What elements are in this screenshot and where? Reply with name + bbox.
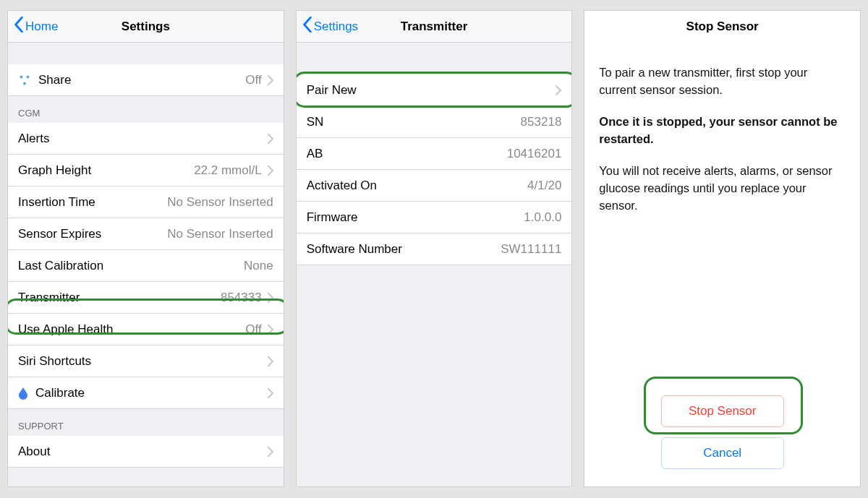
stop-sensor-paragraph-1: To pair a new transmitter, first stop yo… [599, 64, 846, 99]
transmitter-label: Transmitter [18, 291, 80, 305]
use-apple-health-row[interactable]: Use Apple Health Off [8, 314, 284, 345]
chevron-right-icon [268, 134, 273, 144]
activated-on-row: Activated On 4/1/20 [297, 170, 572, 202]
stop-sensor-paragraph-2: Once it is stopped, your sensor cannot b… [599, 113, 846, 148]
sensor-expires-value: No Sensor Inserted [167, 227, 273, 241]
svg-point-0 [20, 75, 23, 78]
ab-row: AB 10416201 [297, 138, 572, 170]
about-row[interactable]: About [8, 436, 284, 468]
chevron-left-icon [14, 17, 24, 36]
pair-new-row[interactable]: Pair New [297, 74, 572, 106]
section-header-cgm: CGM [8, 96, 284, 123]
insertion-time-value: No Sensor Inserted [167, 195, 273, 210]
firmware-label: Firmware [307, 210, 358, 225]
transmitter-value: 854333 [221, 291, 262, 305]
last-calibration-label: Last Calibration [18, 259, 103, 273]
share-row[interactable]: Share Off [8, 64, 284, 96]
back-button[interactable]: Home [8, 17, 58, 36]
back-label: Settings [314, 20, 358, 34]
use-apple-health-value: Off [245, 322, 261, 337]
chevron-right-icon [268, 388, 273, 398]
use-apple-health-label: Use Apple Health [18, 322, 113, 337]
navbar: Home Settings [8, 11, 284, 43]
stop-sensor-screen: Stop Sensor To pair a new transmitter, f… [584, 10, 861, 487]
graph-height-label: Graph Height [18, 163, 91, 178]
back-label: Home [25, 20, 58, 34]
software-number-label: Software Number [307, 242, 402, 257]
back-button[interactable]: Settings [297, 17, 358, 36]
graph-height-row[interactable]: Graph Height 22.2 mmol/L [8, 155, 284, 186]
chevron-right-icon [268, 75, 273, 85]
activated-on-value: 4/1/20 [527, 179, 561, 193]
graph-height-value: 22.2 mmol/L [194, 163, 262, 178]
chevron-right-icon [268, 166, 273, 176]
calibrate-row[interactable]: Calibrate [8, 377, 284, 409]
svg-point-2 [23, 82, 26, 85]
stop-sensor-button[interactable]: Stop Sensor [661, 395, 784, 427]
chevron-right-icon [268, 325, 273, 335]
sn-row: SN 853218 [297, 106, 572, 138]
insertion-time-label: Insertion Time [18, 195, 95, 210]
firmware-row: Firmware 1.0.0.0 [297, 202, 572, 233]
transmitter-row[interactable]: Transmitter 854333 [8, 282, 284, 314]
chevron-right-icon [268, 447, 273, 457]
stop-sensor-paragraph-3: You will not receive alerts, alarms, or … [599, 163, 846, 215]
stop-sensor-button-label: Stop Sensor [689, 404, 757, 418]
navbar: Stop Sensor [584, 11, 860, 43]
svg-point-1 [27, 75, 30, 78]
calibrate-label: Calibrate [35, 386, 85, 400]
cancel-button-label: Cancel [703, 446, 741, 460]
chevron-right-icon [268, 356, 273, 366]
last-calibration-row: Last Calibration None [8, 250, 284, 282]
ab-label: AB [307, 147, 323, 161]
page-title: Stop Sensor [584, 20, 860, 34]
sn-value: 853218 [521, 115, 562, 129]
firmware-value: 1.0.0.0 [524, 210, 561, 225]
sn-label: SN [307, 115, 324, 129]
chevron-right-icon [556, 85, 561, 95]
sensor-expires-row: Sensor Expires No Sensor Inserted [8, 218, 284, 250]
cancel-button[interactable]: Cancel [661, 437, 784, 469]
alerts-label: Alerts [18, 132, 49, 146]
siri-shortcuts-row[interactable]: Siri Shortcuts [8, 345, 284, 377]
navbar: Settings Transmitter [297, 11, 572, 43]
chevron-left-icon [302, 17, 312, 36]
software-number-value: SW111111 [501, 242, 561, 257]
alerts-row[interactable]: Alerts [8, 123, 284, 155]
transmitter-screen: Settings Transmitter Pair New SN 853218 … [296, 10, 573, 487]
share-icon [18, 74, 31, 87]
section-header-support: SUPPORT [8, 409, 284, 436]
share-label: Share [38, 73, 71, 87]
pair-new-label: Pair New [307, 83, 357, 98]
drop-icon [18, 387, 28, 400]
ab-value: 10416201 [507, 147, 562, 161]
activated-on-label: Activated On [307, 179, 377, 193]
settings-screen: Home Settings Share Off CGM Alerts Graph… [7, 10, 284, 487]
sensor-expires-label: Sensor Expires [18, 227, 101, 241]
insertion-time-row: Insertion Time No Sensor Inserted [8, 186, 284, 218]
chevron-right-icon [268, 293, 273, 303]
software-number-row: Software Number SW111111 [297, 233, 572, 265]
button-stack: Stop Sensor Cancel [584, 395, 860, 469]
share-value: Off [245, 73, 261, 87]
about-label: About [18, 445, 50, 459]
body-text: To pair a new transmitter, first stop yo… [584, 43, 860, 228]
siri-shortcuts-label: Siri Shortcuts [18, 354, 91, 369]
last-calibration-value: None [244, 259, 273, 273]
